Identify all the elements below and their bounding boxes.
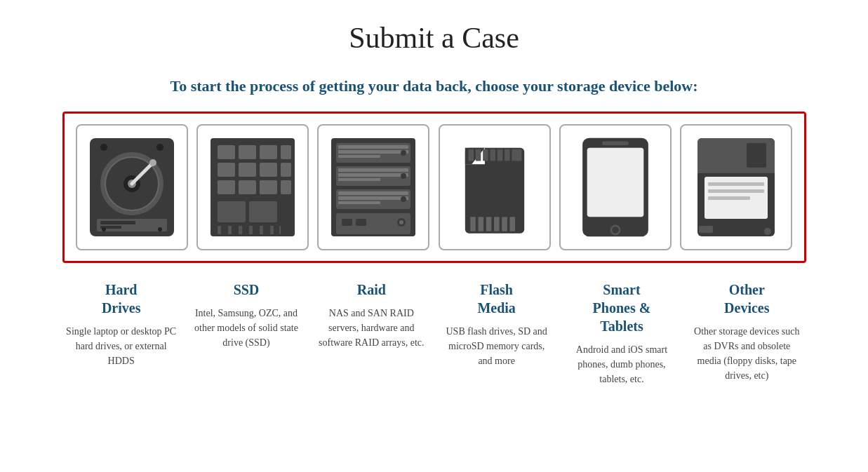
svg-rect-69: [486, 217, 491, 231]
svg-rect-17: [260, 145, 277, 159]
svg-point-13: [158, 227, 162, 231]
svg-rect-54: [356, 219, 366, 226]
svg-rect-38: [338, 145, 408, 149]
svg-rect-7: [97, 219, 167, 231]
flash-media-desc: USB flash drives, SD and microSD memory …: [441, 324, 553, 368]
page-title: Submit a Case: [62, 21, 806, 55]
svg-rect-70: [494, 217, 500, 231]
hard-drives-col: HardDrives Single laptop or desktop PC h…: [65, 281, 178, 368]
ssd-label: SSD: [190, 281, 302, 299]
svg-rect-68: [478, 217, 483, 231]
other-devices-desc: Other storage devices such as DVRs and o…: [690, 324, 803, 383]
svg-rect-15: [218, 145, 235, 159]
svg-rect-23: [218, 180, 235, 194]
smart-phones-col: SmartPhones &Tablets Android and iOS sma…: [566, 281, 678, 386]
raid-desc: NAS and SAN RAID servers, hardware and s…: [315, 306, 427, 350]
svg-rect-20: [239, 163, 256, 177]
svg-rect-74: [587, 148, 644, 217]
svg-rect-86: [699, 226, 713, 233]
raid-icon-button[interactable]: [317, 124, 429, 250]
hard-drive-icon-button[interactable]: [76, 124, 188, 250]
svg-rect-45: [338, 178, 380, 181]
svg-point-87: [764, 228, 771, 235]
svg-point-41: [401, 150, 406, 156]
svg-point-46: [401, 173, 406, 179]
svg-rect-39: [338, 150, 408, 154]
svg-rect-82: [708, 182, 764, 186]
flash-media-label: FlashMedia: [441, 281, 553, 317]
svg-rect-31: [232, 226, 239, 234]
smart-phones-label: SmartPhones &Tablets: [566, 281, 678, 335]
svg-point-6: [149, 159, 156, 166]
svg-rect-60: [468, 149, 474, 161]
svg-rect-61: [475, 149, 481, 161]
svg-rect-66: [512, 149, 521, 161]
svg-rect-49: [338, 196, 408, 200]
svg-point-12: [102, 227, 106, 231]
svg-point-77: [612, 227, 618, 233]
svg-rect-24: [239, 180, 256, 194]
raid-label: Raid: [315, 281, 427, 299]
svg-rect-30: [221, 226, 228, 234]
svg-rect-19: [218, 163, 235, 177]
svg-rect-32: [242, 226, 249, 234]
svg-rect-34: [263, 226, 270, 234]
subtitle: To start the process of getting your dat…: [62, 76, 806, 97]
ssd-icon-button[interactable]: [196, 124, 309, 250]
svg-rect-84: [708, 196, 750, 200]
other-devices-label: OtherDevices: [690, 281, 803, 317]
svg-point-51: [401, 196, 406, 202]
smartphone-icon-button[interactable]: [559, 124, 672, 250]
svg-rect-28: [249, 201, 277, 222]
svg-rect-18: [281, 145, 291, 159]
devices-icon-row: [62, 112, 806, 263]
ssd-col: SSD Intel, Samsung, OZC, and other model…: [190, 281, 302, 350]
page-wrapper: Submit a Case To start the process of ge…: [48, 0, 820, 400]
other-devices-col: OtherDevices Other storage devices such …: [690, 281, 803, 383]
svg-point-11: [156, 144, 163, 151]
smart-phones-desc: Android and iOS smart phones, dumb phone…: [566, 342, 678, 386]
svg-rect-25: [260, 180, 277, 194]
svg-point-10: [100, 144, 107, 151]
svg-rect-8: [100, 221, 135, 224]
hard-drives-label: HardDrives: [65, 281, 178, 317]
flash-media-icon-button[interactable]: [439, 124, 551, 250]
svg-point-56: [399, 220, 403, 224]
svg-rect-43: [338, 168, 408, 172]
hard-drives-desc: Single laptop or desktop PC hard drives,…: [65, 324, 178, 368]
svg-rect-65: [505, 149, 510, 161]
svg-rect-64: [497, 149, 502, 161]
svg-rect-71: [502, 217, 507, 231]
svg-rect-35: [274, 226, 279, 234]
svg-rect-21: [260, 163, 277, 177]
svg-rect-83: [708, 189, 764, 193]
other-devices-icon-button[interactable]: [680, 124, 792, 250]
svg-rect-63: [490, 149, 495, 161]
labels-row: HardDrives Single laptop or desktop PC h…: [62, 281, 806, 386]
svg-rect-75: [602, 141, 629, 145]
svg-rect-67: [470, 217, 476, 231]
ssd-desc: Intel, Samsung, OZC, and other models of…: [190, 306, 302, 350]
raid-col: Raid NAS and SAN RAID servers, hardware …: [315, 281, 427, 350]
svg-rect-26: [281, 180, 291, 194]
svg-rect-72: [509, 217, 515, 231]
svg-rect-27: [218, 201, 246, 222]
svg-rect-16: [239, 145, 256, 159]
svg-rect-44: [338, 173, 408, 177]
svg-rect-85: [747, 143, 766, 168]
svg-rect-22: [281, 163, 291, 177]
svg-rect-40: [338, 155, 380, 158]
svg-rect-48: [338, 191, 408, 195]
svg-rect-62: [483, 149, 488, 161]
svg-rect-53: [342, 219, 352, 226]
svg-rect-50: [338, 201, 380, 204]
svg-rect-33: [253, 226, 260, 234]
flash-media-col: FlashMedia USB flash drives, SD and micr…: [441, 281, 553, 368]
